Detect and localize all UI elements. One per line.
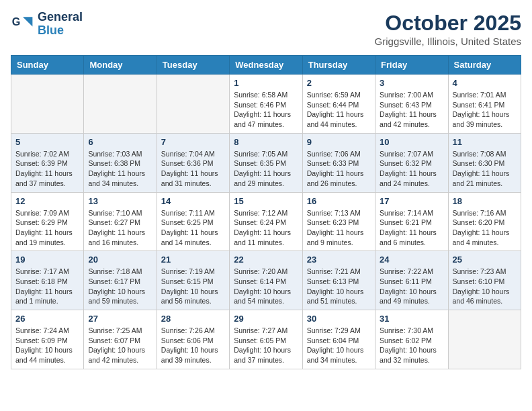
day-info: Sunrise: 7:04 AM Sunset: 6:36 PM Dayligh… bbox=[161, 149, 225, 189]
day-info: Sunrise: 7:10 AM Sunset: 6:27 PM Dayligh… bbox=[88, 208, 152, 248]
calendar-cell: 24Sunrise: 7:22 AM Sunset: 6:11 PM Dayli… bbox=[375, 251, 448, 310]
weekday-header-monday: Monday bbox=[84, 56, 157, 75]
calendar-cell: 13Sunrise: 7:10 AM Sunset: 6:27 PM Dayli… bbox=[84, 192, 157, 251]
day-info: Sunrise: 7:05 AM Sunset: 6:35 PM Dayligh… bbox=[234, 149, 298, 189]
day-info: Sunrise: 7:16 AM Sunset: 6:20 PM Dayligh… bbox=[453, 208, 517, 248]
day-number: 18 bbox=[453, 196, 517, 206]
calendar-cell: 17Sunrise: 7:14 AM Sunset: 6:21 PM Dayli… bbox=[375, 192, 448, 251]
day-info: Sunrise: 7:20 AM Sunset: 6:14 PM Dayligh… bbox=[234, 267, 298, 306]
day-number: 3 bbox=[380, 78, 443, 88]
calendar-cell: 11Sunrise: 7:08 AM Sunset: 6:30 PM Dayli… bbox=[448, 133, 521, 192]
day-info: Sunrise: 7:19 AM Sunset: 6:15 PM Dayligh… bbox=[161, 267, 225, 306]
day-info: Sunrise: 7:27 AM Sunset: 6:05 PM Dayligh… bbox=[234, 326, 298, 365]
day-number: 26 bbox=[15, 314, 79, 324]
day-number: 6 bbox=[88, 137, 152, 147]
calendar-cell: 15Sunrise: 7:12 AM Sunset: 6:24 PM Dayli… bbox=[230, 192, 302, 251]
calendar-cell: 28Sunrise: 7:26 AM Sunset: 6:06 PM Dayli… bbox=[157, 310, 229, 369]
calendar-cell: 29Sunrise: 7:27 AM Sunset: 6:05 PM Dayli… bbox=[230, 310, 302, 369]
logo-line2: Blue bbox=[38, 24, 83, 38]
week-row-1: 1Sunrise: 6:58 AM Sunset: 6:46 PM Daylig… bbox=[11, 75, 521, 134]
day-info: Sunrise: 7:24 AM Sunset: 6:09 PM Dayligh… bbox=[15, 326, 79, 365]
calendar-cell: 12Sunrise: 7:09 AM Sunset: 6:29 PM Dayli… bbox=[11, 192, 84, 251]
day-info: Sunrise: 7:08 AM Sunset: 6:30 PM Dayligh… bbox=[453, 149, 517, 189]
calendar-cell bbox=[11, 75, 84, 134]
day-info: Sunrise: 7:07 AM Sunset: 6:32 PM Dayligh… bbox=[380, 149, 443, 189]
day-info: Sunrise: 7:00 AM Sunset: 6:43 PM Dayligh… bbox=[380, 90, 443, 130]
day-number: 5 bbox=[15, 137, 79, 147]
month-title: October 2025 bbox=[375, 11, 521, 36]
calendar-cell: 3Sunrise: 7:00 AM Sunset: 6:43 PM Daylig… bbox=[375, 75, 448, 134]
day-info: Sunrise: 7:01 AM Sunset: 6:41 PM Dayligh… bbox=[453, 90, 517, 130]
calendar-cell: 2Sunrise: 6:59 AM Sunset: 6:44 PM Daylig… bbox=[302, 75, 375, 134]
day-number: 21 bbox=[161, 255, 225, 265]
calendar-cell: 14Sunrise: 7:11 AM Sunset: 6:25 PM Dayli… bbox=[157, 192, 229, 251]
weekday-header-wednesday: Wednesday bbox=[230, 56, 302, 75]
day-info: Sunrise: 7:14 AM Sunset: 6:21 PM Dayligh… bbox=[380, 208, 443, 248]
calendar-cell: 16Sunrise: 7:13 AM Sunset: 6:23 PM Dayli… bbox=[302, 192, 375, 251]
day-number: 15 bbox=[234, 196, 298, 206]
day-number: 20 bbox=[88, 255, 152, 265]
calendar-cell: 22Sunrise: 7:20 AM Sunset: 6:14 PM Dayli… bbox=[230, 251, 302, 310]
day-number: 10 bbox=[380, 137, 443, 147]
day-number: 8 bbox=[234, 137, 298, 147]
calendar-cell: 7Sunrise: 7:04 AM Sunset: 6:36 PM Daylig… bbox=[157, 133, 229, 192]
day-number: 25 bbox=[453, 255, 517, 265]
day-number: 7 bbox=[161, 137, 225, 147]
day-info: Sunrise: 7:03 AM Sunset: 6:38 PM Dayligh… bbox=[88, 149, 152, 189]
calendar-cell: 31Sunrise: 7:30 AM Sunset: 6:02 PM Dayli… bbox=[375, 310, 448, 369]
day-number: 30 bbox=[307, 314, 371, 324]
page-header: G General Blue October 2025 Griggsville,… bbox=[11, 11, 521, 47]
day-number: 16 bbox=[307, 196, 371, 206]
day-info: Sunrise: 7:17 AM Sunset: 6:18 PM Dayligh… bbox=[15, 267, 79, 306]
day-number: 29 bbox=[234, 314, 298, 324]
day-number: 23 bbox=[307, 255, 371, 265]
calendar-cell: 30Sunrise: 7:29 AM Sunset: 6:04 PM Dayli… bbox=[302, 310, 375, 369]
calendar-cell bbox=[84, 75, 157, 134]
logo: G General Blue bbox=[11, 11, 83, 38]
day-info: Sunrise: 7:12 AM Sunset: 6:24 PM Dayligh… bbox=[234, 208, 298, 248]
day-info: Sunrise: 7:09 AM Sunset: 6:29 PM Dayligh… bbox=[15, 208, 79, 248]
day-info: Sunrise: 7:02 AM Sunset: 6:39 PM Dayligh… bbox=[15, 149, 79, 189]
calendar-cell bbox=[157, 75, 229, 134]
calendar-cell: 5Sunrise: 7:02 AM Sunset: 6:39 PM Daylig… bbox=[11, 133, 84, 192]
day-number: 11 bbox=[453, 137, 517, 147]
day-number: 28 bbox=[161, 314, 225, 324]
day-number: 9 bbox=[307, 137, 371, 147]
weekday-header-row: SundayMondayTuesdayWednesdayThursdayFrid… bbox=[11, 56, 521, 75]
day-number: 31 bbox=[380, 314, 443, 324]
weekday-header-tuesday: Tuesday bbox=[157, 56, 229, 75]
calendar-cell: 25Sunrise: 7:23 AM Sunset: 6:10 PM Dayli… bbox=[448, 251, 521, 310]
day-info: Sunrise: 7:26 AM Sunset: 6:06 PM Dayligh… bbox=[161, 326, 225, 365]
week-row-4: 19Sunrise: 7:17 AM Sunset: 6:18 PM Dayli… bbox=[11, 251, 521, 310]
day-info: Sunrise: 7:11 AM Sunset: 6:25 PM Dayligh… bbox=[161, 208, 225, 248]
day-number: 13 bbox=[88, 196, 152, 206]
calendar-cell: 9Sunrise: 7:06 AM Sunset: 6:33 PM Daylig… bbox=[302, 133, 375, 192]
day-number: 22 bbox=[234, 255, 298, 265]
day-number: 1 bbox=[234, 78, 298, 88]
day-number: 17 bbox=[380, 196, 443, 206]
calendar-cell: 10Sunrise: 7:07 AM Sunset: 6:32 PM Dayli… bbox=[375, 133, 448, 192]
week-row-5: 26Sunrise: 7:24 AM Sunset: 6:09 PM Dayli… bbox=[11, 310, 521, 369]
day-info: Sunrise: 7:30 AM Sunset: 6:02 PM Dayligh… bbox=[380, 326, 443, 365]
day-number: 4 bbox=[453, 78, 517, 88]
day-info: Sunrise: 7:23 AM Sunset: 6:10 PM Dayligh… bbox=[453, 267, 517, 306]
calendar-cell: 21Sunrise: 7:19 AM Sunset: 6:15 PM Dayli… bbox=[157, 251, 229, 310]
weekday-header-sunday: Sunday bbox=[11, 56, 84, 75]
weekday-header-thursday: Thursday bbox=[302, 56, 375, 75]
day-info: Sunrise: 7:18 AM Sunset: 6:17 PM Dayligh… bbox=[88, 267, 152, 306]
logo-line1: General bbox=[38, 11, 83, 24]
day-number: 14 bbox=[161, 196, 225, 206]
calendar-cell: 4Sunrise: 7:01 AM Sunset: 6:41 PM Daylig… bbox=[448, 75, 521, 134]
calendar-table: SundayMondayTuesdayWednesdayThursdayFrid… bbox=[11, 55, 521, 369]
week-row-2: 5Sunrise: 7:02 AM Sunset: 6:39 PM Daylig… bbox=[11, 133, 521, 192]
calendar-cell: 26Sunrise: 7:24 AM Sunset: 6:09 PM Dayli… bbox=[11, 310, 84, 369]
svg-text:G: G bbox=[12, 15, 21, 28]
weekday-header-friday: Friday bbox=[375, 56, 448, 75]
calendar-cell: 27Sunrise: 7:25 AM Sunset: 6:07 PM Dayli… bbox=[84, 310, 157, 369]
calendar-cell: 20Sunrise: 7:18 AM Sunset: 6:17 PM Dayli… bbox=[84, 251, 157, 310]
day-number: 24 bbox=[380, 255, 443, 265]
week-row-3: 12Sunrise: 7:09 AM Sunset: 6:29 PM Dayli… bbox=[11, 192, 521, 251]
calendar-cell: 18Sunrise: 7:16 AM Sunset: 6:20 PM Dayli… bbox=[448, 192, 521, 251]
weekday-header-saturday: Saturday bbox=[448, 56, 521, 75]
calendar-cell bbox=[448, 310, 521, 369]
